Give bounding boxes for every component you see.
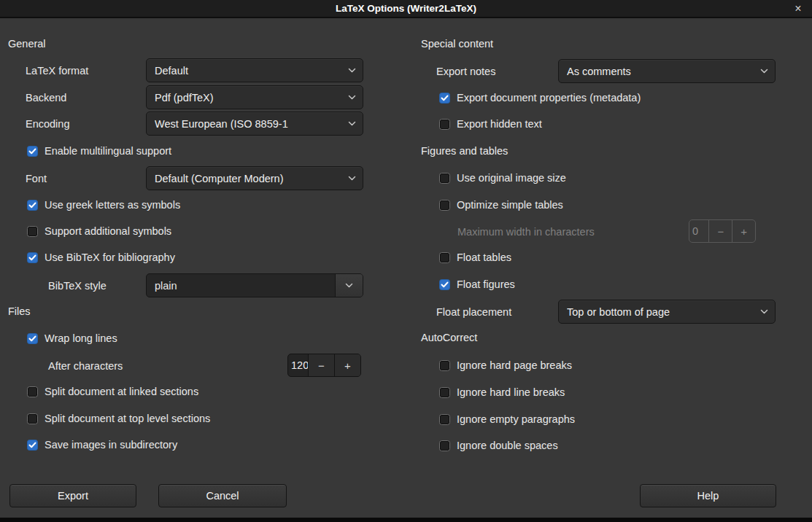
checkbox-label: Split document at top level sections <box>45 413 210 424</box>
checkbox-split-top-level-sections[interactable]: Split document at top level sections <box>27 407 210 430</box>
spinner-value: 0 <box>689 220 708 242</box>
section-autocorrect: AutoCorrect <box>421 330 477 345</box>
checkbox-label: Export document properties (metadata) <box>457 92 641 104</box>
maximum-width-label: Maximum width in characters <box>457 219 595 244</box>
checkbox-checked-icon <box>27 440 38 451</box>
checkbox-checked-icon <box>27 200 38 211</box>
checkbox-checked-icon <box>27 333 38 344</box>
section-figures-tables: Figures and tables <box>421 144 508 158</box>
checkbox-optimize-simple-tables[interactable]: Optimize simple tables <box>439 193 563 217</box>
checkbox-enable-multilingual-support[interactable]: Enable multilingual support <box>27 139 171 163</box>
backend-value: Pdf (pdfTeX) <box>155 92 344 104</box>
checkbox-ignore-empty-paragraphs[interactable]: Ignore empty paragraphs <box>439 408 575 431</box>
titlebar: LaTeX Options (Writer2LaTeX) × <box>0 0 812 18</box>
checkbox-label: Ignore double spaces <box>457 440 558 451</box>
minus-button[interactable]: − <box>308 354 334 376</box>
checkbox-export-hidden-text[interactable]: Export hidden text <box>439 112 542 136</box>
checkbox-checked-icon <box>27 146 38 157</box>
chevron-down-icon <box>348 68 356 73</box>
checkbox-label: Wrap long lines <box>45 332 117 344</box>
checkbox-label: Float figures <box>457 278 515 290</box>
spinner-value[interactable]: 120 <box>288 354 308 376</box>
checkbox-wrap-long-lines[interactable]: Wrap long lines <box>27 327 117 350</box>
latex-format-label: LaTeX format <box>26 58 88 82</box>
float-placement-select[interactable]: Top or bottom of page <box>558 300 776 324</box>
encoding-label: Encoding <box>26 112 69 136</box>
checkbox-label: Save images in subdirectory <box>45 439 177 451</box>
checkbox-label: Ignore hard line breaks <box>457 386 565 398</box>
checkbox-label: Support additional symbols <box>45 225 171 237</box>
checkbox-unchecked-icon <box>439 387 450 398</box>
export-button[interactable]: Export <box>9 484 136 507</box>
close-icon[interactable]: × <box>789 0 808 17</box>
section-files: Files <box>8 304 31 319</box>
after-characters-label: After characters <box>48 354 123 378</box>
plus-button: + <box>732 220 755 242</box>
chevron-down-icon <box>348 176 356 181</box>
plus-button[interactable]: + <box>334 354 360 376</box>
bibtex-style-label: BibTeX style <box>48 273 107 297</box>
checkbox-unchecked-icon <box>439 173 450 184</box>
font-select[interactable]: Default (Computer Modern) <box>146 166 363 190</box>
checkbox-use-original-image-size[interactable]: Use original image size <box>439 166 566 190</box>
combobox-dropdown-button[interactable] <box>335 274 363 297</box>
checkbox-checked-icon <box>27 252 38 263</box>
checkbox-label: Float tables <box>457 252 511 263</box>
after-characters-spinner[interactable]: 120 − + <box>287 354 361 377</box>
cancel-button[interactable]: Cancel <box>158 484 287 507</box>
window-bottom-edge <box>0 518 812 522</box>
export-notes-select[interactable]: As comments <box>558 59 776 83</box>
backend-select[interactable]: Pdf (pdfTeX) <box>146 85 363 109</box>
chevron-down-icon <box>760 69 768 74</box>
minus-button: − <box>708 220 732 242</box>
bibtex-style-combobox[interactable]: plain <box>146 273 363 297</box>
checkbox-ignore-hard-page-breaks[interactable]: Ignore hard page breaks <box>439 354 572 377</box>
checkbox-unchecked-icon <box>439 414 450 425</box>
checkbox-label: Split document at linked sections <box>45 386 198 397</box>
float-placement-value: Top or bottom of page <box>567 306 756 318</box>
chevron-down-icon <box>348 95 356 100</box>
checkbox-label: Export hidden text <box>457 118 542 130</box>
checkbox-label: Enable multilingual support <box>45 145 171 157</box>
checkbox-use-bibtex[interactable]: Use BibTeX for bibliography <box>27 246 175 269</box>
export-notes-value: As comments <box>567 66 756 77</box>
checkbox-label: Use BibTeX for bibliography <box>45 252 175 263</box>
section-general: General <box>8 36 46 51</box>
checkbox-unchecked-icon <box>27 226 38 237</box>
checkbox-export-document-properties[interactable]: Export document properties (metadata) <box>439 86 641 109</box>
checkbox-unchecked-icon <box>439 119 450 130</box>
help-button[interactable]: Help <box>640 484 776 507</box>
checkbox-unchecked-icon <box>27 413 38 424</box>
checkbox-unchecked-icon <box>439 200 450 211</box>
font-value: Default (Computer Modern) <box>155 173 344 184</box>
checkbox-support-additional-symbols[interactable]: Support additional symbols <box>27 219 171 243</box>
encoding-value: West European (ISO 8859-1 <box>155 118 344 130</box>
checkbox-ignore-double-spaces[interactable]: Ignore double spaces <box>439 434 558 457</box>
bibtex-style-value[interactable]: plain <box>147 274 335 297</box>
float-placement-label: Float placement <box>436 300 511 324</box>
checkbox-float-tables[interactable]: Float tables <box>439 246 511 269</box>
checkbox-checked-icon <box>439 93 450 104</box>
section-special-content: Special content <box>421 36 493 51</box>
font-label: Font <box>26 166 47 190</box>
checkbox-unchecked-icon <box>439 252 450 263</box>
checkbox-checked-icon <box>439 279 450 290</box>
checkbox-label: Use original image size <box>457 172 566 184</box>
backend-label: Backend <box>26 85 66 109</box>
encoding-select[interactable]: West European (ISO 8859-1 <box>146 112 363 136</box>
chevron-down-icon <box>348 121 356 126</box>
checkbox-ignore-hard-line-breaks[interactable]: Ignore hard line breaks <box>439 381 565 404</box>
latex-format-select[interactable]: Default <box>146 58 363 82</box>
checkbox-float-figures[interactable]: Float figures <box>439 273 515 296</box>
checkbox-unchecked-icon <box>27 386 38 397</box>
checkbox-split-linked-sections[interactable]: Split document at linked sections <box>27 380 198 403</box>
checkbox-label: Optimize simple tables <box>457 199 563 211</box>
checkbox-use-greek-letters[interactable]: Use greek letters as symbols <box>27 193 180 217</box>
checkbox-label: Use greek letters as symbols <box>45 199 180 211</box>
latex-format-value: Default <box>155 65 344 77</box>
export-notes-label: Export notes <box>436 59 495 83</box>
checkbox-unchecked-icon <box>439 360 450 371</box>
checkbox-label: Ignore empty paragraphs <box>457 413 575 425</box>
checkbox-label: Ignore hard page breaks <box>457 359 572 371</box>
checkbox-save-images-subdirectory[interactable]: Save images in subdirectory <box>27 433 177 456</box>
